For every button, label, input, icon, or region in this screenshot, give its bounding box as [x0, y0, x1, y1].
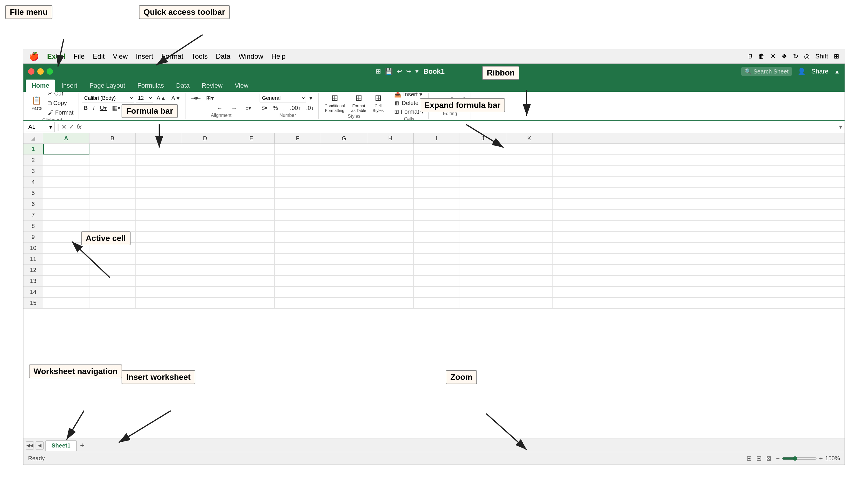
zoom-out-button[interactable]: − — [776, 455, 780, 462]
tab-insert[interactable]: Insert — [56, 79, 83, 92]
edit-menu[interactable]: Edit — [93, 52, 104, 61]
cancel-icon[interactable]: ✕ — [61, 123, 67, 131]
decrease-font-button[interactable]: A▼ — [169, 94, 183, 102]
cell-A2[interactable] — [43, 155, 89, 165]
col-header-K[interactable]: K — [506, 133, 553, 143]
file-menu[interactable]: File — [73, 52, 85, 61]
row-header-7[interactable]: 7 — [24, 210, 43, 220]
close-button[interactable] — [28, 68, 34, 75]
number-format-select[interactable]: General — [259, 94, 306, 102]
format-as-table-button[interactable]: ⊞ Formatas Table — [349, 93, 368, 113]
increase-font-button[interactable]: A▲ — [155, 94, 168, 102]
share-button[interactable]: Share — [811, 68, 828, 75]
conditional-formatting-button[interactable]: ⊞ ConditionalFormatting — [322, 93, 347, 113]
align-center-button[interactable]: ≡ — [198, 104, 205, 112]
insert-cells-button[interactable]: 📥 Insert ▾ — [393, 92, 424, 99]
help-menu[interactable]: Help — [271, 52, 285, 61]
col-header-D[interactable]: D — [182, 133, 228, 143]
row-header-2[interactable]: 2 — [24, 155, 43, 165]
number-format-more-button[interactable]: ▾ — [308, 94, 314, 102]
col-header-B[interactable]: B — [89, 133, 136, 143]
search-box[interactable]: 🔍 Search Sheet — [741, 67, 792, 76]
font-family-select[interactable]: Calibri (Body) — [82, 94, 134, 102]
zoom-in-button[interactable]: + — [819, 455, 823, 462]
row-header-5[interactable]: 5 — [24, 188, 43, 198]
increase-decimal-button[interactable]: .00↑ — [288, 104, 303, 112]
page-layout-view-button[interactable]: ⊟ — [756, 455, 762, 462]
page-break-view-button[interactable]: ⊠ — [766, 455, 771, 462]
font-size-select[interactable]: 12 — [136, 94, 153, 102]
cell-A1[interactable] — [43, 144, 89, 155]
confirm-icon[interactable]: ✓ — [69, 123, 74, 131]
cell-F1[interactable] — [275, 144, 321, 155]
copy-button[interactable]: ⧉ Copy — [46, 99, 75, 107]
tab-page-layout[interactable]: Page Layout — [84, 79, 131, 92]
sheet-nav-first-button[interactable]: ◀◀ — [26, 442, 34, 450]
row-header-12[interactable]: 12 — [24, 265, 43, 275]
cell-J1[interactable] — [460, 144, 506, 155]
row-header-3[interactable]: 3 — [24, 166, 43, 176]
col-header-H[interactable]: H — [367, 133, 413, 143]
format-menu[interactable]: Format — [161, 52, 183, 61]
percent-button[interactable]: % — [271, 104, 280, 112]
excel-menu[interactable]: Excel — [47, 52, 65, 61]
apple-menu[interactable]: 🍎 — [29, 52, 39, 61]
undo-icon[interactable]: ↩ — [397, 68, 402, 75]
expand-formula-bar-button[interactable]: ▾ — [839, 123, 842, 131]
wrap-text-button[interactable]: ⇥⇤ — [189, 94, 203, 102]
col-header-F[interactable]: F — [275, 133, 321, 143]
decrease-decimal-button[interactable]: .0↓ — [305, 104, 316, 112]
sheet-nav-prev-button[interactable]: ◀ — [36, 442, 44, 450]
tab-formulas[interactable]: Formulas — [132, 79, 170, 92]
cell-C1[interactable] — [136, 144, 182, 155]
row-header-1[interactable]: 1 — [24, 144, 43, 155]
text-direction-button[interactable]: ↕▾ — [244, 103, 253, 112]
cell-B1[interactable] — [89, 144, 136, 155]
tab-home[interactable]: Home — [26, 79, 55, 92]
row-header-4[interactable]: 4 — [24, 177, 43, 188]
merge-button[interactable]: ⊞▾ — [204, 94, 216, 102]
col-header-A[interactable]: A — [43, 133, 89, 143]
cell-G1[interactable] — [321, 144, 367, 155]
row-header-6[interactable]: 6 — [24, 199, 43, 209]
comma-button[interactable]: , — [281, 104, 286, 112]
col-header-E[interactable]: E — [228, 133, 275, 143]
row-header-11[interactable]: 11 — [24, 254, 43, 264]
col-header-I[interactable]: I — [413, 133, 460, 143]
row-header-14[interactable]: 14 — [24, 287, 43, 297]
increase-indent-button[interactable]: →≡ — [229, 104, 242, 112]
row-header-9[interactable]: 9 — [24, 232, 43, 242]
border-button[interactable]: ▦▾ — [110, 103, 122, 112]
cell-K1[interactable] — [506, 144, 553, 155]
row-header-15[interactable]: 15 — [24, 298, 43, 308]
sidebar-icon[interactable]: ⊞ — [376, 68, 381, 75]
zoom-slider[interactable] — [782, 456, 817, 461]
save-icon[interactable]: 💾 — [385, 68, 393, 75]
format-painter-button[interactable]: 🖌 Format — [46, 108, 75, 117]
tab-data[interactable]: Data — [170, 79, 195, 92]
italic-button[interactable]: I — [91, 104, 96, 112]
underline-button[interactable]: U▾ — [98, 103, 108, 112]
maximize-button[interactable] — [46, 68, 53, 75]
fx-icon[interactable]: fx — [76, 123, 81, 131]
name-box[interactable]: A1 ▾ — [26, 122, 55, 132]
insert-menu[interactable]: Insert — [136, 52, 153, 61]
cell-I1[interactable] — [413, 144, 460, 155]
add-sheet-button[interactable]: + — [79, 441, 86, 450]
col-header-G[interactable]: G — [321, 133, 367, 143]
row-header-8[interactable]: 8 — [24, 221, 43, 231]
cell-E1[interactable] — [228, 144, 275, 155]
align-right-button[interactable]: ≡ — [206, 104, 213, 112]
bold-button[interactable]: B — [82, 104, 89, 112]
tab-view[interactable]: View — [229, 79, 254, 92]
data-menu[interactable]: Data — [216, 52, 230, 61]
paste-button[interactable]: 📋 Paste — [29, 93, 44, 113]
row-header-10[interactable]: 10 — [24, 243, 43, 253]
align-left-button[interactable]: ≡ — [189, 104, 196, 112]
window-menu[interactable]: Window — [239, 52, 263, 61]
decrease-indent-button[interactable]: ←≡ — [215, 104, 228, 112]
tab-review[interactable]: Review — [196, 79, 228, 92]
sheet-tab-sheet1[interactable]: Sheet1 — [45, 440, 77, 451]
redo-icon[interactable]: ↪ — [406, 68, 411, 75]
dropdown-icon[interactable]: ▾ — [415, 68, 418, 75]
